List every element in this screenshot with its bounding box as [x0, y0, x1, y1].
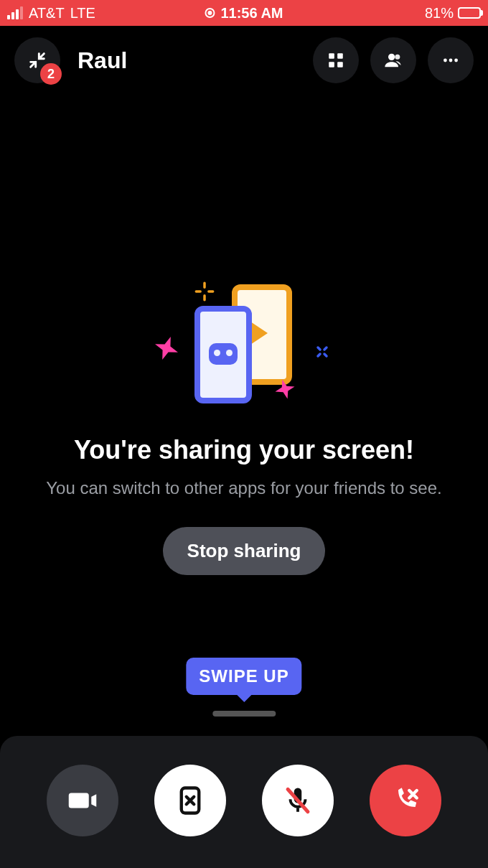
screen-share-main: You're sharing your screen! You can swit…	[0, 83, 488, 575]
phone-front-graphic	[194, 306, 252, 403]
minimize-button[interactable]: 2	[14, 37, 60, 83]
grid-icon	[327, 51, 345, 70]
svg-point-7	[449, 59, 453, 62]
more-options-button[interactable]	[428, 37, 474, 83]
stop-screenshare-icon	[175, 785, 205, 816]
camera-icon	[67, 785, 98, 816]
sharing-subtext: You can switch to other apps for your fr…	[0, 478, 488, 498]
svg-rect-1	[337, 53, 343, 59]
carrier-label: AT&T	[29, 5, 65, 22]
sparkle-icon	[275, 379, 295, 399]
svg-rect-2	[329, 62, 334, 67]
svg-rect-3	[337, 62, 343, 67]
badge-count: 2	[47, 67, 55, 82]
discord-face-icon	[209, 343, 238, 365]
hangup-icon	[390, 785, 421, 816]
notification-badge: 2	[40, 63, 62, 85]
status-right: 81%	[425, 5, 481, 22]
arrow-right-icon	[250, 322, 268, 345]
signal-strength-icon	[7, 6, 23, 19]
stop-screenshare-button[interactable]	[154, 765, 226, 836]
clock-label: 11:56 AM	[220, 5, 283, 22]
svg-point-5	[395, 55, 400, 60]
call-header: 2 Raul	[0, 26, 488, 83]
battery-percent-label: 81%	[425, 5, 454, 22]
swipe-handle[interactable]	[212, 711, 276, 717]
call-controls-sheet	[0, 736, 488, 868]
swipe-up-tooltip: SWIPE UP	[186, 658, 301, 695]
status-center: 11:56 AM	[205, 5, 283, 22]
sparkle-icon	[154, 336, 179, 360]
call-title: Raul	[78, 47, 127, 74]
svg-point-8	[454, 59, 458, 62]
stop-sharing-button[interactable]: Stop sharing	[163, 527, 326, 575]
svg-rect-0	[329, 53, 334, 59]
grid-view-button[interactable]	[313, 37, 359, 83]
header-right	[313, 37, 474, 83]
people-icon	[383, 50, 403, 70]
network-label: LTE	[70, 5, 95, 22]
camera-toggle-button[interactable]	[47, 765, 118, 836]
status-bar: AT&T LTE 11:56 AM 81%	[0, 0, 488, 26]
recording-indicator-icon	[205, 8, 215, 18]
more-icon	[441, 51, 460, 70]
svg-point-6	[444, 59, 447, 62]
header-left: 2 Raul	[14, 37, 127, 83]
screen-share-illustration	[154, 277, 334, 414]
mute-toggle-button[interactable]	[262, 765, 334, 836]
swipe-up-area[interactable]: SWIPE UP	[186, 658, 301, 717]
participants-button[interactable]	[370, 37, 416, 83]
battery-icon	[458, 7, 481, 19]
sparkle-icon	[194, 281, 215, 302]
sparkle-icon	[314, 343, 331, 360]
mic-muted-icon	[283, 785, 313, 816]
status-left: AT&T LTE	[7, 5, 95, 22]
sharing-heading: You're sharing your screen!	[0, 435, 488, 465]
svg-point-4	[388, 54, 395, 60]
hangup-button[interactable]	[370, 765, 441, 836]
